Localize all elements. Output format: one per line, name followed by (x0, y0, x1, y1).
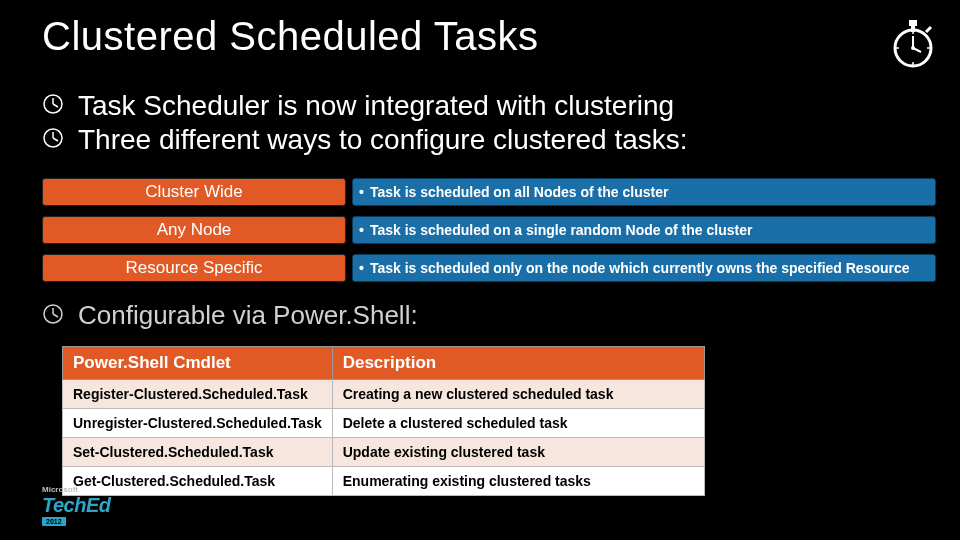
mode-desc: •Task is scheduled only on the node whic… (352, 254, 936, 282)
mode-label: Any Node (42, 216, 346, 244)
svg-line-3 (926, 27, 931, 32)
clock-icon (42, 93, 64, 119)
cell-desc: Update existing clustered task (332, 438, 704, 467)
mode-desc-text: Task is scheduled on a single random Nod… (370, 222, 753, 238)
cell-desc: Delete a clustered scheduled task (332, 409, 704, 438)
svg-point-6 (911, 46, 915, 50)
config-modes: Cluster Wide •Task is scheduled on all N… (42, 178, 936, 292)
svg-line-13 (53, 104, 58, 107)
mode-desc-text: Task is scheduled on all Nodes of the cl… (370, 184, 668, 200)
clock-icon (42, 127, 64, 153)
bullet-2: Three different ways to configure cluste… (42, 124, 936, 156)
mode-resource-specific: Resource Specific •Task is scheduled onl… (42, 254, 936, 282)
svg-line-19 (53, 314, 58, 317)
page-title: Clustered Scheduled Tasks (42, 14, 538, 59)
mode-desc-text: Task is scheduled only on the node which… (370, 260, 910, 276)
table-row: Set-Clustered.Scheduled.Task Update exis… (63, 438, 705, 467)
logo-brand: TechEd (42, 494, 111, 516)
cmdlet-table: Power.Shell Cmdlet Description Register-… (62, 346, 705, 496)
th-cmdlet: Power.Shell Cmdlet (63, 347, 333, 380)
bullet-text: Three different ways to configure cluste… (78, 124, 688, 156)
section-title: Configurable via Power.Shell: (78, 300, 418, 331)
mode-any-node: Any Node •Task is scheduled on a single … (42, 216, 936, 244)
cell-cmd: Unregister-Clustered.Scheduled.Task (63, 409, 333, 438)
clock-icon (42, 303, 64, 329)
bullet-block: Task Scheduler is now integrated with cl… (42, 90, 936, 158)
th-description: Description (332, 347, 704, 380)
cell-cmd: Register-Clustered.Scheduled.Task (63, 380, 333, 409)
stopwatch-icon (890, 18, 936, 74)
table-header-row: Power.Shell Cmdlet Description (63, 347, 705, 380)
logo-vendor: Microsoft (42, 486, 111, 494)
table-row: Register-Clustered.Scheduled.Task Creati… (63, 380, 705, 409)
teched-logo: Microsoft TechEd 2012 (42, 486, 111, 526)
section-powershell: Configurable via Power.Shell: (42, 300, 936, 341)
table-row: Unregister-Clustered.Scheduled.Task Dele… (63, 409, 705, 438)
mode-label: Resource Specific (42, 254, 346, 282)
table-row: Get-Clustered.Scheduled.Task Enumerating… (63, 467, 705, 496)
bullet-text: Task Scheduler is now integrated with cl… (78, 90, 674, 122)
svg-rect-1 (909, 20, 917, 26)
mode-label: Cluster Wide (42, 178, 346, 206)
bullet-1: Task Scheduler is now integrated with cl… (42, 90, 936, 122)
cell-desc: Creating a new clustered scheduled task (332, 380, 704, 409)
mode-desc: •Task is scheduled on all Nodes of the c… (352, 178, 936, 206)
logo-year: 2012 (42, 517, 66, 526)
svg-line-16 (53, 138, 58, 141)
mode-cluster-wide: Cluster Wide •Task is scheduled on all N… (42, 178, 936, 206)
cell-desc: Enumerating existing clustered tasks (332, 467, 704, 496)
mode-desc: •Task is scheduled on a single random No… (352, 216, 936, 244)
cell-cmd: Set-Clustered.Scheduled.Task (63, 438, 333, 467)
